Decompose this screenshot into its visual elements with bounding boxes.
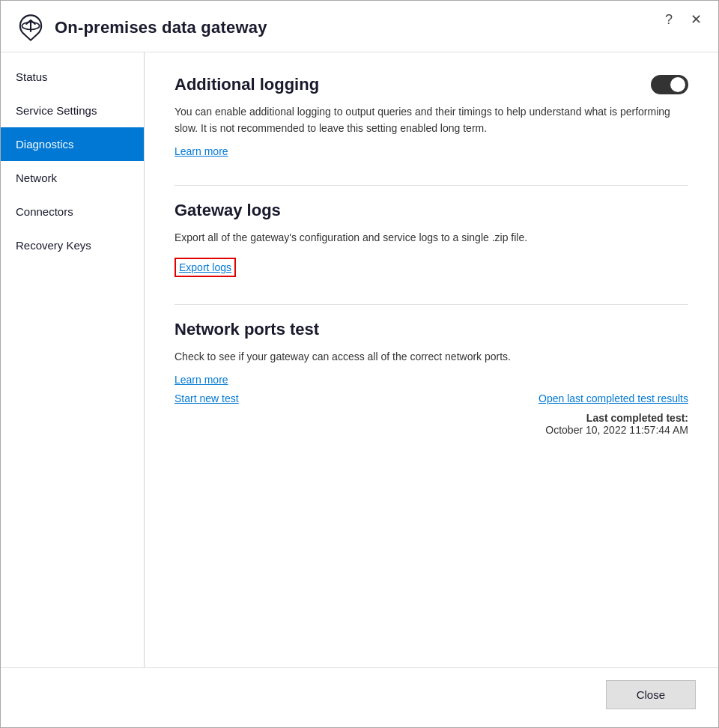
network-ports-desc: Check to see if your gateway can access … (175, 348, 688, 365)
close-window-button[interactable]: ✕ (686, 11, 706, 28)
sidebar: Status Service Settings Diagnostics Netw… (1, 52, 145, 667)
gateway-logs-title: Gateway logs (175, 201, 281, 219)
gateway-icon (16, 13, 46, 43)
export-logs-link[interactable]: Export logs (179, 261, 231, 273)
gateway-logs-desc: Export all of the gateway's configuratio… (175, 229, 688, 246)
help-button[interactable]: ? (661, 11, 677, 28)
close-button[interactable]: Close (606, 680, 696, 709)
last-test-label: Last completed test: (586, 412, 688, 424)
app-window: On-premises data gateway ? ✕ Status Serv… (0, 0, 719, 728)
toggle-track[interactable] (651, 75, 688, 94)
divider-2 (175, 304, 688, 305)
additional-logging-toggle[interactable] (651, 75, 688, 94)
sidebar-item-connectors[interactable]: Connectors (1, 195, 144, 228)
export-logs-highlight: Export logs (175, 258, 236, 277)
network-ports-section: Network ports test Check to see if your … (175, 320, 688, 435)
additional-logging-header: Additional logging (175, 75, 688, 94)
gateway-logs-section: Gateway logs Export all of the gateway's… (175, 201, 688, 277)
ports-links-row: Start new test Open last completed test … (175, 392, 688, 404)
app-title: On-premises data gateway (55, 18, 267, 37)
footer: Close (1, 667, 718, 727)
additional-logging-title: Additional logging (175, 75, 319, 94)
sidebar-item-recovery-keys[interactable]: Recovery Keys (1, 228, 144, 262)
open-last-results-link[interactable]: Open last completed test results (539, 392, 688, 404)
additional-logging-desc: You can enable additional logging to out… (175, 103, 688, 137)
sidebar-item-diagnostics[interactable]: Diagnostics (1, 127, 144, 161)
toggle-thumb (670, 77, 685, 92)
content-area: Status Service Settings Diagnostics Netw… (1, 52, 718, 667)
sidebar-item-status[interactable]: Status (1, 60, 144, 94)
main-panel: Additional logging You can enable additi… (145, 52, 718, 667)
title-bar: On-premises data gateway ? ✕ (1, 1, 718, 52)
start-new-test-link[interactable]: Start new test (175, 392, 239, 404)
network-ports-title: Network ports test (175, 320, 319, 339)
additional-logging-learn-more[interactable]: Learn more (175, 145, 228, 157)
window-controls: ? ✕ (661, 11, 706, 28)
sidebar-item-service-settings[interactable]: Service Settings (1, 94, 144, 127)
sidebar-item-network[interactable]: Network (1, 161, 144, 195)
additional-logging-section: Additional logging You can enable additi… (175, 75, 688, 158)
divider-1 (175, 185, 688, 186)
last-test-info: Last completed test: October 10, 2022 11… (175, 412, 688, 436)
network-ports-learn-more[interactable]: Learn more (175, 374, 228, 386)
last-test-value: October 10, 2022 11:57:44 AM (545, 424, 688, 436)
